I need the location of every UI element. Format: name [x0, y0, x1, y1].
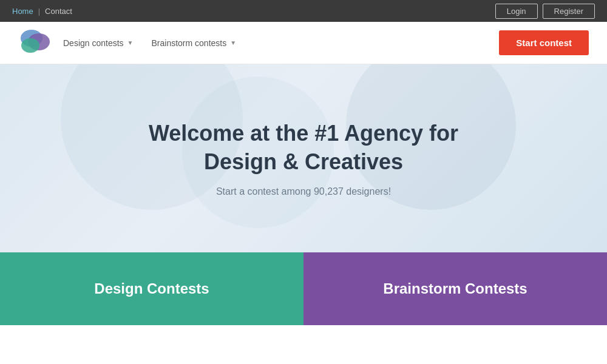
top-bar: Home | Contact Login Register	[0, 0, 607, 22]
brainstorm-contests-card-label: Brainstorm Contests	[383, 280, 527, 297]
brainstorm-contests-card[interactable]: Brainstorm Contests	[304, 252, 607, 325]
design-contests-card-label: Design Contests	[94, 280, 209, 297]
nav-links: Design contests ▼ Brainstorm contests ▼	[57, 35, 499, 52]
top-bar-left: Home | Contact	[12, 7, 72, 16]
brainstorm-contests-nav[interactable]: Brainstorm contests ▼	[146, 35, 243, 52]
login-button[interactable]: Login	[495, 4, 538, 19]
design-contests-nav[interactable]: Design contests ▼	[57, 35, 140, 52]
svg-text:crowdsite: crowdsite	[27, 52, 47, 56]
hero-subtitle: Start a contest among 90,237 designers!	[216, 186, 391, 197]
top-bar-right: Login Register	[495, 4, 595, 19]
register-button[interactable]: Register	[543, 4, 595, 19]
hero-title: Welcome at the #1 Agency for Design & Cr…	[149, 120, 458, 177]
navbar: crowdsite Design contests ▼ Brainstorm c…	[0, 22, 607, 64]
bottom-cards: Design Contests Brainstorm Contests	[0, 252, 607, 325]
brainstorm-contests-chevron: ▼	[230, 39, 236, 46]
separator: |	[38, 7, 40, 16]
design-contests-label: Design contests	[63, 38, 124, 48]
home-link[interactable]: Home	[12, 7, 33, 16]
logo-icon: crowdsite	[18, 25, 55, 61]
start-contest-button[interactable]: Start contest	[499, 30, 589, 55]
logo[interactable]: crowdsite	[18, 25, 55, 61]
brainstorm-contests-label: Brainstorm contests	[152, 38, 227, 48]
svg-point-2	[21, 38, 39, 53]
hero-section: Welcome at the #1 Agency for Design & Cr…	[0, 64, 607, 252]
design-contests-chevron: ▼	[127, 39, 134, 46]
design-contests-card[interactable]: Design Contests	[0, 252, 304, 325]
contact-link[interactable]: Contact	[45, 7, 72, 16]
